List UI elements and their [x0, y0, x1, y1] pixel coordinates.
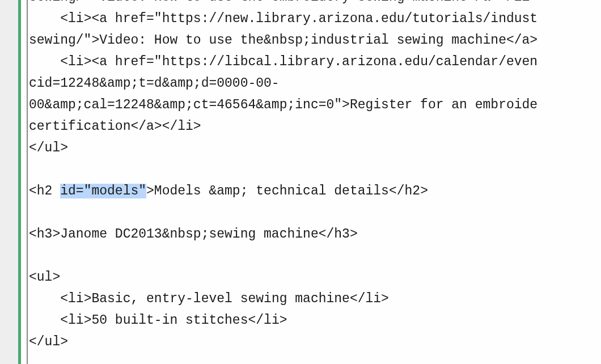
- diff-block: sewing/">Video: How to use the embroider…: [18, 0, 601, 364]
- code-line: <ul>: [29, 270, 60, 285]
- code-line: certification</a></li>: [29, 119, 201, 134]
- code-line: <li><a href="https://new.library.arizona…: [29, 11, 537, 26]
- code-line: <li>Basic, entry-level sewing machine</l…: [29, 291, 389, 306]
- code-line: cid=12248&amp;t=d&amp;d=0000-00-: [29, 76, 280, 91]
- code-content[interactable]: sewing/">Video: How to use the embroider…: [29, 0, 601, 353]
- code-line: </ul>: [29, 141, 68, 155]
- code-line: <li><a href="https://libcal.library.ariz…: [29, 54, 537, 69]
- code-column: sewing/">Video: How to use the embroider…: [27, 0, 601, 364]
- code-line: <h3>Janome DC2013&nbsp;sewing machine</h…: [29, 227, 358, 242]
- code-line: <li>50 built-in stitches</li>: [29, 313, 287, 328]
- selected-text: id="models": [60, 184, 146, 198]
- code-line: sewing/">Video: How to use the&nbsp;indu…: [29, 33, 537, 48]
- code-line: 00&amp;cal=12248&amp;ct=46564&amp;inc=0"…: [29, 98, 537, 112]
- code-line: <h2 id="models">Models &amp; technical d…: [29, 184, 428, 198]
- code-line: </ul>: [29, 335, 68, 349]
- code-line: sewing/">Video: How to use the embroider…: [29, 0, 537, 5]
